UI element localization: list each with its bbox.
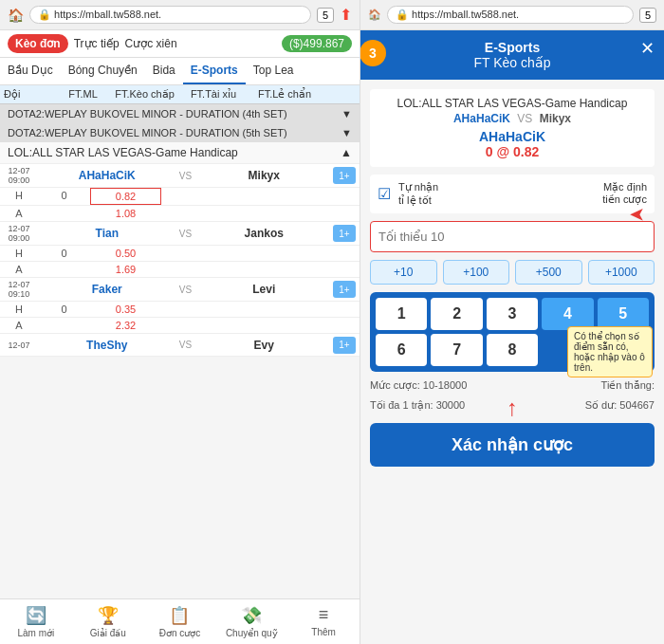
- odds-a-match3: A 2.32: [0, 318, 360, 334]
- toolbar-them-label: Thêm: [311, 627, 336, 637]
- num-8[interactable]: 8: [487, 334, 538, 366]
- match-row-2: 12-0709:00 Tian VS Jankos 1+: [0, 222, 360, 246]
- bet-amount-input[interactable]: [370, 221, 655, 252]
- transfer-icon: 💸: [241, 605, 262, 626]
- team1-match1[interactable]: AHaHaCiK: [38, 169, 176, 182]
- cat-bong-chuyen[interactable]: Bóng Chuyền: [61, 58, 145, 84]
- bottom-toolbar-left: 🔄 Làm mới 🏆 Giải đấu 📋 Đơn cược 💸 Chuyển…: [0, 598, 360, 644]
- toolbar-lam-moi[interactable]: 🔄 Làm mới: [0, 605, 72, 638]
- quick-1000[interactable]: +1000: [588, 260, 655, 285]
- bet-content: LOL:ALL STAR LAS VEGAS-Game Handicap AHa…: [360, 80, 664, 644]
- badge-match2[interactable]: 1+: [333, 225, 356, 242]
- odds-value-a2[interactable]: 1.69: [90, 262, 161, 277]
- quick-10[interactable]: +10: [370, 260, 437, 285]
- match-time-4: 12-07: [0, 339, 38, 352]
- team2-match3[interactable]: Levi: [195, 283, 334, 296]
- balance-display: ($)499.867: [282, 35, 352, 52]
- toolbar-chuyen-quy[interactable]: 💸 Chuyển quỹ: [215, 605, 287, 638]
- num-7[interactable]: 7: [431, 334, 482, 366]
- section-dota2-4th[interactable]: DOTA2:WEPLAY BUKOVEL MINOR - DURATION (4…: [0, 104, 360, 123]
- tab-badge-right[interactable]: 5: [639, 8, 656, 23]
- tien-thang-label: Tiền thắng:: [601, 379, 655, 392]
- badge-match3[interactable]: 1+: [333, 281, 356, 298]
- menu-icon: ≡: [319, 605, 329, 625]
- quick-amounts: +10 +100 +500 +1000: [370, 260, 655, 285]
- odds-value-h3[interactable]: 0.35: [90, 302, 161, 317]
- confirm-bet-button[interactable]: Xác nhận cược: [370, 423, 655, 467]
- bet-options-row: ☑ Tự nhậntỉ lệ tốt Mặc địnhtiền cược: [370, 175, 655, 213]
- bet-match-info: LOL:ALL STAR LAS VEGAS-Game Handicap AHa…: [370, 89, 655, 167]
- tab-badge-left[interactable]: 5: [317, 8, 334, 23]
- clipboard-icon: 📋: [169, 605, 190, 626]
- toolbar-don-cuoc-label: Đơn cược: [159, 628, 201, 638]
- col-ftkeo: FT.Kèo chấp: [109, 85, 180, 103]
- col-ftml: FT.ML: [57, 85, 109, 103]
- quick-500[interactable]: +500: [515, 260, 582, 285]
- top-nav: Kèo đơn Trực tiếp Cược xiên ($)499.867: [0, 30, 360, 58]
- bet-odds-display: 0 @ 0.82: [378, 144, 647, 159]
- col-headers: Đội FT.ML FT.Kèo chấp FT.Tài xỉu FT.Lẻ c…: [0, 85, 360, 104]
- cat-esports[interactable]: E-Sports: [183, 58, 246, 84]
- col-ftle: FT.Lẻ chẩn: [247, 85, 323, 103]
- home-icon-right[interactable]: 🏠: [368, 9, 381, 21]
- bet-team2: Mikyx: [540, 112, 571, 125]
- team2-match2[interactable]: Jankos: [195, 227, 334, 240]
- category-nav: Bầu Dục Bóng Chuyền Bida E-Sports Top Le…: [0, 58, 360, 85]
- up-arrow-icon[interactable]: ⬆: [340, 6, 352, 24]
- odds-value-a3[interactable]: 2.32: [90, 318, 161, 333]
- checkbox-icon[interactable]: ☑: [378, 185, 391, 203]
- bet-info-row1: Mức cược: 10-18000 Tiền thắng:: [370, 379, 655, 392]
- toolbar-don-cuoc[interactable]: 📋 Đơn cược: [144, 605, 216, 638]
- team1-match3[interactable]: Faker: [38, 283, 176, 296]
- truc-tiep-link[interactable]: Trực tiếp: [74, 37, 120, 50]
- cuoc-xien-link[interactable]: Cược xiên: [125, 37, 177, 50]
- odds-value-h2[interactable]: 0.50: [90, 246, 161, 261]
- num-5[interactable]: 5: [598, 298, 649, 330]
- cat-top-lea[interactable]: Top Lea: [246, 58, 302, 84]
- num-3[interactable]: 3: [487, 298, 538, 330]
- col-doi: Đội: [0, 85, 57, 103]
- numpad: 1 2 3 4 5 6 7 8 Có thể chọn số điểm sẵn …: [370, 292, 655, 372]
- team2-match1[interactable]: Mikyx: [195, 169, 334, 182]
- url-bar-right[interactable]: 🔒 https://mball.tw588.net.: [387, 6, 634, 24]
- quick-100[interactable]: +100: [443, 260, 510, 285]
- browser-bar-left: 🏠 🔒 https://mball.tw588.net. 5 ⬆: [0, 0, 360, 30]
- num-2[interactable]: 2: [431, 298, 482, 330]
- so-du-label: Số dư: 504667: [585, 399, 655, 412]
- toolbar-them[interactable]: ≡ Thêm: [287, 605, 360, 638]
- bet-modal: 3 E-Sports FT Kèo chấp ✕ LOL:ALL STAR LA…: [360, 30, 664, 644]
- vs-match2: VS: [176, 229, 195, 239]
- keo-don-button[interactable]: Kèo đơn: [8, 34, 68, 53]
- close-button[interactable]: ✕: [640, 38, 655, 59]
- num-1[interactable]: 1: [376, 298, 427, 330]
- url-bar-left[interactable]: 🔒 https://mball.tw588.net.: [29, 6, 311, 24]
- lock-icon: 🔒: [38, 9, 51, 20]
- team1-match2[interactable]: Tian: [38, 227, 176, 240]
- cat-bida[interactable]: Bida: [145, 58, 183, 84]
- home-icon[interactable]: 🏠: [8, 8, 24, 23]
- auto-accept-label: Tự nhậntỉ lệ tốt: [398, 180, 438, 208]
- odds-value-a1[interactable]: 1.08: [90, 206, 161, 221]
- team2-match4[interactable]: Evy: [195, 339, 334, 352]
- arrow-to-confirm: ↑: [507, 396, 518, 419]
- odds-h-match1: H 0 0.82: [0, 188, 360, 206]
- browser-bar-right: 🏠 🔒 https://mball.tw588.net. 5: [360, 0, 664, 30]
- badge-match1[interactable]: 1+: [333, 167, 356, 184]
- bet-match-teams: AHaHaCiK VS Mikyx: [378, 112, 647, 125]
- left-panel: 🏠 🔒 https://mball.tw588.net. 5 ⬆ Kèo đơn…: [0, 0, 360, 644]
- match-time-2: 12-0709:00: [0, 222, 38, 245]
- badge-match4[interactable]: 1+: [333, 337, 356, 354]
- odds-a-match1: A 1.08: [0, 206, 360, 222]
- num-6[interactable]: 6: [376, 334, 427, 366]
- match-group-lol[interactable]: LOL:ALL STAR LAS VEGAS-Game Handicap ▲: [0, 142, 360, 164]
- bet-input-container: ➤: [370, 221, 655, 252]
- section-dota2-5th[interactable]: DOTA2:WEPLAY BUKOVEL MINOR - DURATION (5…: [0, 123, 360, 142]
- toolbar-giai-dau[interactable]: 🏆 Giải đấu: [72, 605, 144, 638]
- refresh-icon: 🔄: [26, 605, 46, 626]
- team1-match4[interactable]: TheShy: [38, 339, 176, 352]
- odds-value-h1[interactable]: 0.82: [90, 188, 161, 205]
- match-row-1: 12-0709:00 AHaHaCiK VS Mikyx 1+: [0, 164, 360, 188]
- confirm-btn-container: ↑ Xác nhận cược: [370, 419, 655, 467]
- cat-bau-duc[interactable]: Bầu Dục: [0, 58, 61, 84]
- num-4[interactable]: 4: [542, 298, 593, 330]
